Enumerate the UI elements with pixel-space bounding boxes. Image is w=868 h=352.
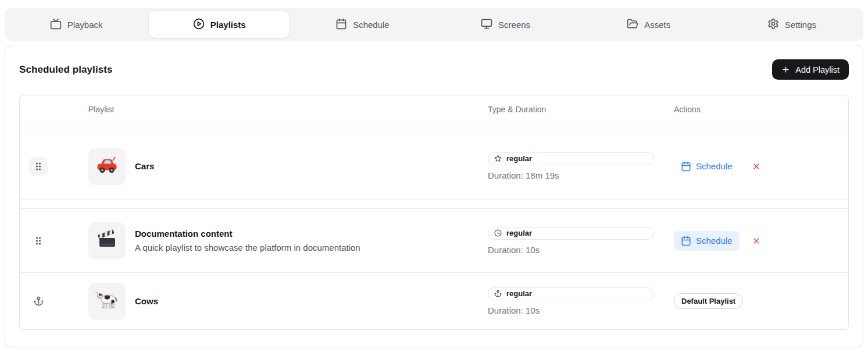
card-header: Scheduled playlists Add Playlist	[19, 59, 849, 80]
type-badge: regular	[488, 227, 654, 240]
anchor-icon	[494, 290, 502, 297]
tab-label: Schedule	[353, 20, 390, 30]
default-playlist-badge: Default Playlist	[674, 293, 743, 309]
tab-label: Playlists	[210, 20, 246, 30]
tv-icon	[50, 18, 62, 31]
gear-icon	[767, 18, 779, 31]
playlist-thumbnail	[88, 283, 126, 320]
tab-playlists[interactable]: Playlists	[149, 11, 290, 38]
monitor-icon	[481, 18, 492, 31]
tab-settings[interactable]: Settings	[720, 8, 863, 41]
add-playlist-label: Add Playlist	[795, 65, 840, 74]
duration-text: Duration: 10s	[488, 245, 654, 255]
app-window: Playback Playlists Schedule Screens Asse…	[0, 0, 868, 352]
table-row: Documentation content A quick playlist t…	[20, 209, 848, 273]
tab-screens[interactable]: Screens	[434, 8, 577, 41]
schedule-button[interactable]: Schedule	[674, 157, 740, 176]
playlist-thumbnail	[88, 222, 126, 259]
column-header-type-duration: Type & Duration	[488, 105, 674, 114]
tab-schedule[interactable]: Schedule	[291, 8, 434, 41]
cow-emoji	[94, 289, 120, 314]
x-icon	[752, 236, 761, 246]
calendar-icon	[681, 161, 691, 172]
playlist-thumbnail	[88, 148, 126, 185]
type-badge-label: regular	[506, 229, 532, 237]
scheduled-playlists-card: Scheduled playlists Add Playlist Playlis…	[5, 45, 863, 347]
tab-label: Screens	[498, 20, 530, 30]
anchor-icon	[29, 296, 48, 306]
clapperboard-emoji	[95, 228, 119, 254]
drop-zone-spacer	[20, 200, 848, 209]
type-badge-label: regular	[506, 154, 532, 163]
remove-button[interactable]	[752, 236, 761, 246]
clock-icon	[494, 229, 502, 237]
calendar-icon	[335, 18, 347, 31]
calendar-icon	[681, 236, 691, 246]
tab-label: Assets	[644, 20, 670, 30]
column-header-playlist: Playlist	[88, 105, 488, 114]
tab-label: Playback	[67, 20, 103, 30]
schedule-button[interactable]: Schedule	[674, 231, 740, 251]
folder-icon	[627, 18, 638, 31]
car-emoji	[95, 153, 119, 180]
duration-text: Duration: 18m 19s	[488, 170, 654, 180]
playlist-description: A quick playlist to showcase the platfor…	[135, 243, 360, 253]
drag-handle[interactable]	[29, 157, 48, 176]
star-icon	[494, 155, 502, 162]
playlists-table: Playlist Type & Duration Actions	[19, 95, 849, 330]
drop-zone-spacer	[20, 123, 848, 133]
table-row: Cars regular Duration: 18m 19s Schedule	[20, 133, 848, 200]
playlist-name: Cars	[135, 161, 154, 171]
plus-icon	[781, 65, 790, 74]
x-icon	[752, 162, 761, 171]
playlist-name: Cows	[135, 296, 158, 306]
table-row: Cows regular Duration: 10s Default Playl…	[20, 273, 848, 329]
add-playlist-button[interactable]: Add Playlist	[772, 59, 849, 80]
tab-playback[interactable]: Playback	[5, 8, 148, 41]
type-badge-label: regular	[506, 289, 532, 298]
type-badge: regular	[488, 287, 654, 300]
column-header-actions: Actions	[674, 105, 848, 114]
drag-handle[interactable]	[29, 232, 48, 250]
playlist-name: Documentation content	[135, 229, 360, 239]
type-badge: regular	[488, 152, 654, 165]
tab-assets[interactable]: Assets	[577, 8, 720, 41]
remove-button[interactable]	[752, 162, 761, 171]
page-title: Scheduled playlists	[19, 64, 113, 76]
main-nav: Playback Playlists Schedule Screens Asse…	[5, 8, 863, 41]
schedule-label: Schedule	[696, 161, 733, 171]
tab-label: Settings	[785, 20, 816, 30]
play-circle-icon	[193, 18, 205, 31]
schedule-label: Schedule	[696, 236, 733, 246]
table-header-row: Playlist Type & Duration Actions	[20, 95, 848, 123]
duration-text: Duration: 10s	[488, 305, 654, 315]
